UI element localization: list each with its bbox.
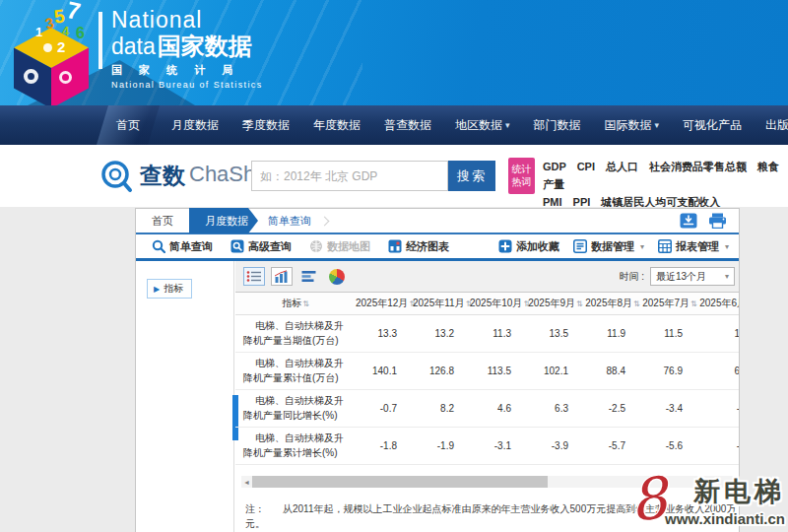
simple-query-tab[interactable]: 简单查询 [152,239,213,254]
table-row: 电梯、自动扶梯及升降机产量累计值(万台) 140.1 126.8 113.5 1… [235,352,739,389]
download-button[interactable] [680,213,697,229]
time-range-select[interactable]: 最近13个月 ▾ [650,267,735,286]
cube-dot-decoration [43,43,52,52]
value-cell: 102.1 [527,352,584,389]
data-table-viewport: 指标⇅ 2025年12月⇅ 2025年11月⇅ 2025年10月⇅ 2025年9… [235,293,739,490]
brand-bureau-en: National Bureau of Statistics [111,80,263,90]
scroll-left-icon[interactable]: ◄ [241,479,252,486]
value-cell: 113.5 [470,352,527,389]
header-month[interactable]: 2025年10月⇅ [470,293,527,314]
header-label: 2025年11月 [413,298,465,308]
breadcrumb-current[interactable]: 简单查询 [268,214,311,229]
nav-item-label: 国际数据 [605,117,652,134]
indicator-toggle-label: 指标 [164,282,183,296]
time-range-label: 时间 : [619,270,644,284]
brand-line2: data国家数据 [111,33,263,60]
nav-item-label: 地区数据 [455,117,502,134]
column-chart-view-button[interactable] [298,267,320,286]
data-table: 指标⇅ 2025年12月⇅ 2025年11月⇅ 2025年10月⇅ 2025年9… [235,293,739,465]
cube-digit: 1 [35,26,42,38]
data-map-tab[interactable]: 数据地图 [309,239,370,254]
breadcrumb-section-tab[interactable]: 月度数据 [189,208,258,233]
header-month[interactable]: 2025年7月⇅ [641,293,698,314]
plus-icon [498,239,512,253]
value-cell: 4.6 [470,389,527,427]
economic-charts-tab[interactable]: 经济图表 [388,239,449,254]
value-cell: 88.4 [584,352,641,389]
indicator-sidebar: ▶ 指标 [136,261,234,532]
horizontal-scrollbar-thumb[interactable] [252,476,548,488]
header-label: 2025年8月 [585,298,632,308]
breadcrumb-home[interactable]: 首页 [152,214,173,229]
sort-icon: ⇅ [302,299,309,308]
hot-words-line1[interactable]: GDP CPI 总人口 社会消费品零售总额 粮食产量 [543,158,781,193]
cube-digit: 7 [65,0,83,24]
hot-badge-line2: 热词 [508,175,535,188]
value-cell: -5.7 [584,427,641,464]
indicator-cell: 电梯、自动扶梯及升降机产量同比增长(%) [235,389,356,427]
nav-item-quarterly-data[interactable]: 季度数据 [230,105,301,145]
nav-item-annual-data[interactable]: 年度数据 [301,105,372,145]
cube-digit: 5 [53,6,66,26]
brand-line2-cn: 国家数据 [158,33,252,59]
chevron-down-icon: ▾ [655,120,660,130]
value-cell: -1.9 [413,427,470,464]
cube-ring2-decoration [59,71,72,84]
header-month[interactable]: 2025年6月⇅ [698,293,739,314]
cube-digit: 6 [76,26,85,41]
nav-item-home[interactable]: 首页 [97,105,160,145]
economic-charts-icon [388,239,402,253]
value-cell: -3.1 [470,427,527,464]
breadcrumb: 首页 月度数据 简单查询 [136,209,739,234]
header-month[interactable]: 2025年8月⇅ [584,293,641,314]
value-cell: -5.6 [641,427,698,464]
header-month[interactable]: 2025年12月⇅ [356,293,413,314]
nav-item-label: 首页 [116,117,140,134]
nav-item-department-data[interactable]: 部门数据 [522,105,593,145]
report-manage-button[interactable]: 报表管理 ▾ [658,239,729,254]
nav-item-label: 出版物 [765,117,788,134]
search-button[interactable]: 搜索 [448,161,495,191]
query-toolbar: 简单查询 高级查询 数据地图 [136,234,739,261]
sort-icon: ⇅ [633,299,640,308]
data-manage-button[interactable]: 数据管理 ▾ [573,239,644,254]
search-input[interactable] [251,161,448,191]
nav-item-visualization-products[interactable]: 可视化产品 [671,105,754,145]
time-range-value: 最近13个月 [656,270,706,284]
header-month[interactable]: 2025年9月⇅ [527,293,584,314]
main-nav: 首页 月度数据 季度数据 年度数据 普查数据 地区数据▾ 部门数据 国际数据▾ … [0,105,788,145]
brand-divider [98,12,102,69]
nav-item-international-data[interactable]: 国际数据▾ [593,105,672,145]
data-map-icon [309,239,323,253]
nav-item-census-data[interactable]: 普查数据 [372,105,443,145]
print-button[interactable] [708,213,727,229]
add-favorite-button[interactable]: 添加收藏 [498,239,559,254]
advanced-query-label: 高级查询 [248,239,292,254]
header-month[interactable]: 2025年11月⇅ [413,293,470,314]
economic-charts-label: 经济图表 [406,239,449,254]
advanced-query-tab[interactable]: 高级查询 [230,239,292,254]
value-cell: 1 [698,314,739,352]
view-switcher [243,267,348,286]
nav-item-monthly-data[interactable]: 月度数据 [160,105,230,145]
sort-icon: ⇅ [576,299,583,308]
nav-item-regional-data[interactable]: 地区数据▾ [443,105,522,145]
value-cell: 140.1 [356,352,413,389]
chashu-logo-icon [98,159,134,194]
table-view-button[interactable] [243,267,265,286]
pie-chart-view-button[interactable] [326,267,348,286]
simple-query-label: 简单查询 [169,239,213,254]
watermark-name: 新电梯 [665,474,785,509]
nav-item-publications[interactable]: 出版物 [754,105,788,145]
header-label: 2025年7月 [642,298,690,308]
header-indicator[interactable]: 指标⇅ [235,293,356,314]
value-cell: -2.5 [584,389,641,427]
value-cell: 11.3 [470,314,527,352]
bar-chart-view-button[interactable] [271,267,293,286]
indicator-cell: 电梯、自动扶梯及升降机产量累计值(万台) [235,352,356,389]
chevron-down-icon: ▾ [640,242,644,251]
table-header-row: 指标⇅ 2025年12月⇅ 2025年11月⇅ 2025年10月⇅ 2025年9… [235,293,739,314]
indicator-tree-toggle[interactable]: ▶ 指标 [147,279,192,299]
toolbar-right-group: 添加收藏 数据管理 ▾ [498,239,729,254]
value-cell: 8.2 [413,389,470,427]
